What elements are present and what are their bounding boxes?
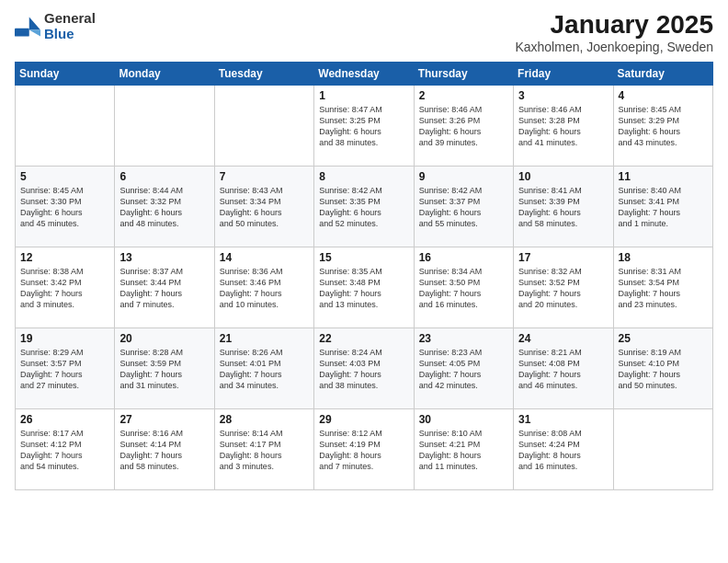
day-number: 15 <box>319 251 408 264</box>
calendar-cell: 10Sunrise: 8:41 AM Sunset: 3:39 PM Dayli… <box>514 166 613 247</box>
calendar-cell: 5Sunrise: 8:45 AM Sunset: 3:30 PM Daylig… <box>16 166 115 247</box>
header-tuesday: Tuesday <box>214 62 313 85</box>
day-number: 10 <box>518 170 608 183</box>
calendar-cell: 23Sunrise: 8:23 AM Sunset: 4:05 PM Dayli… <box>414 327 513 408</box>
day-content: Sunrise: 8:40 AM Sunset: 3:41 PM Dayligh… <box>619 185 708 230</box>
calendar-cell: 6Sunrise: 8:44 AM Sunset: 3:32 PM Daylig… <box>115 166 214 247</box>
day-content: Sunrise: 8:17 AM Sunset: 4:12 PM Dayligh… <box>20 428 109 473</box>
calendar-week-row: 1Sunrise: 8:47 AM Sunset: 3:25 PM Daylig… <box>16 85 713 166</box>
calendar-week-row: 26Sunrise: 8:17 AM Sunset: 4:12 PM Dayli… <box>16 408 713 489</box>
day-number: 8 <box>319 170 408 183</box>
calendar-cell: 15Sunrise: 8:35 AM Sunset: 3:48 PM Dayli… <box>314 247 414 327</box>
header-wednesday: Wednesday <box>314 62 414 85</box>
calendar-table: Sunday Monday Tuesday Wednesday Thursday… <box>15 62 713 490</box>
calendar-cell: 11Sunrise: 8:40 AM Sunset: 3:41 PM Dayli… <box>613 166 712 247</box>
day-number: 4 <box>619 89 708 102</box>
day-content: Sunrise: 8:46 AM Sunset: 3:28 PM Dayligh… <box>518 104 608 149</box>
day-content: Sunrise: 8:34 AM Sunset: 3:50 PM Dayligh… <box>419 266 508 311</box>
day-content: Sunrise: 8:45 AM Sunset: 3:30 PM Dayligh… <box>20 185 109 230</box>
day-number: 29 <box>319 413 408 426</box>
day-number: 1 <box>319 89 408 102</box>
calendar-cell: 16Sunrise: 8:34 AM Sunset: 3:50 PM Dayli… <box>414 247 513 327</box>
calendar-cell: 13Sunrise: 8:37 AM Sunset: 3:44 PM Dayli… <box>115 247 214 327</box>
day-number: 24 <box>518 332 608 345</box>
day-content: Sunrise: 8:41 AM Sunset: 3:39 PM Dayligh… <box>518 185 608 230</box>
day-content: Sunrise: 8:42 AM Sunset: 3:35 PM Dayligh… <box>319 185 408 230</box>
day-content: Sunrise: 8:32 AM Sunset: 3:52 PM Dayligh… <box>518 266 608 311</box>
day-number: 12 <box>20 251 109 264</box>
calendar-cell: 4Sunrise: 8:45 AM Sunset: 3:29 PM Daylig… <box>613 85 712 166</box>
day-content: Sunrise: 8:46 AM Sunset: 3:26 PM Dayligh… <box>419 104 508 149</box>
day-content: Sunrise: 8:16 AM Sunset: 4:14 PM Dayligh… <box>119 428 209 473</box>
calendar-cell: 21Sunrise: 8:26 AM Sunset: 4:01 PM Dayli… <box>214 327 313 408</box>
logo-blue: Blue <box>44 27 96 42</box>
calendar-cell: 30Sunrise: 8:10 AM Sunset: 4:21 PM Dayli… <box>414 408 513 489</box>
day-number: 5 <box>20 170 109 183</box>
calendar-location: Kaxholmen, Joenkoeping, Sweden <box>515 40 713 54</box>
calendar-cell: 8Sunrise: 8:42 AM Sunset: 3:35 PM Daylig… <box>314 166 414 247</box>
header: General Blue January 2025 Kaxholmen, Joe… <box>15 11 713 54</box>
day-content: Sunrise: 8:24 AM Sunset: 4:03 PM Dayligh… <box>319 347 408 392</box>
day-content: Sunrise: 8:35 AM Sunset: 3:48 PM Dayligh… <box>319 266 408 311</box>
day-number: 17 <box>518 251 608 264</box>
calendar-cell <box>214 85 313 166</box>
day-number: 13 <box>119 251 209 264</box>
calendar-week-row: 12Sunrise: 8:38 AM Sunset: 3:42 PM Dayli… <box>16 247 713 327</box>
day-number: 30 <box>419 413 508 426</box>
day-content: Sunrise: 8:31 AM Sunset: 3:54 PM Dayligh… <box>619 266 708 311</box>
calendar-cell: 22Sunrise: 8:24 AM Sunset: 4:03 PM Dayli… <box>314 327 414 408</box>
day-number: 6 <box>119 170 209 183</box>
day-number: 28 <box>220 413 309 426</box>
calendar-cell: 24Sunrise: 8:21 AM Sunset: 4:08 PM Dayli… <box>514 327 613 408</box>
svg-marker-1 <box>29 29 40 36</box>
day-number: 31 <box>518 413 608 426</box>
calendar-title: January 2025 <box>515 11 713 40</box>
logo-text: General Blue <box>44 11 96 41</box>
day-number: 14 <box>220 251 309 264</box>
calendar-cell: 27Sunrise: 8:16 AM Sunset: 4:14 PM Dayli… <box>115 408 214 489</box>
day-number: 19 <box>20 332 109 345</box>
day-number: 16 <box>419 251 508 264</box>
calendar-cell: 31Sunrise: 8:08 AM Sunset: 4:24 PM Dayli… <box>514 408 613 489</box>
day-content: Sunrise: 8:42 AM Sunset: 3:37 PM Dayligh… <box>419 185 508 230</box>
calendar-cell: 29Sunrise: 8:12 AM Sunset: 4:19 PM Dayli… <box>314 408 414 489</box>
calendar-cell: 17Sunrise: 8:32 AM Sunset: 3:52 PM Dayli… <box>514 247 613 327</box>
day-number: 2 <box>419 89 508 102</box>
header-friday: Friday <box>514 62 613 85</box>
day-number: 11 <box>619 170 708 183</box>
day-content: Sunrise: 8:14 AM Sunset: 4:17 PM Dayligh… <box>220 428 309 473</box>
calendar-cell <box>16 85 115 166</box>
svg-rect-2 <box>15 28 29 36</box>
calendar-cell: 3Sunrise: 8:46 AM Sunset: 3:28 PM Daylig… <box>514 85 613 166</box>
calendar-cell: 12Sunrise: 8:38 AM Sunset: 3:42 PM Dayli… <box>16 247 115 327</box>
calendar-cell: 1Sunrise: 8:47 AM Sunset: 3:25 PM Daylig… <box>314 85 414 166</box>
calendar-week-row: 19Sunrise: 8:29 AM Sunset: 3:57 PM Dayli… <box>16 327 713 408</box>
title-block: January 2025 Kaxholmen, Joenkoeping, Swe… <box>515 11 713 54</box>
calendar-cell: 19Sunrise: 8:29 AM Sunset: 3:57 PM Dayli… <box>16 327 115 408</box>
svg-marker-0 <box>29 17 40 29</box>
day-number: 27 <box>119 413 209 426</box>
calendar-cell <box>613 408 712 489</box>
day-number: 18 <box>619 251 708 264</box>
day-header-row: Sunday Monday Tuesday Wednesday Thursday… <box>16 62 713 85</box>
day-number: 3 <box>518 89 608 102</box>
header-saturday: Saturday <box>613 62 712 85</box>
day-content: Sunrise: 8:38 AM Sunset: 3:42 PM Dayligh… <box>20 266 109 311</box>
day-number: 25 <box>619 332 708 345</box>
day-content: Sunrise: 8:19 AM Sunset: 4:10 PM Dayligh… <box>619 347 708 392</box>
day-number: 7 <box>220 170 309 183</box>
day-number: 9 <box>419 170 508 183</box>
day-number: 23 <box>419 332 508 345</box>
day-content: Sunrise: 8:12 AM Sunset: 4:19 PM Dayligh… <box>319 428 408 473</box>
day-content: Sunrise: 8:28 AM Sunset: 3:59 PM Dayligh… <box>119 347 209 392</box>
calendar-cell <box>115 85 214 166</box>
day-content: Sunrise: 8:47 AM Sunset: 3:25 PM Dayligh… <box>319 104 408 149</box>
day-content: Sunrise: 8:37 AM Sunset: 3:44 PM Dayligh… <box>119 266 209 311</box>
day-number: 21 <box>220 332 309 345</box>
calendar-cell: 28Sunrise: 8:14 AM Sunset: 4:17 PM Dayli… <box>214 408 313 489</box>
day-content: Sunrise: 8:36 AM Sunset: 3:46 PM Dayligh… <box>220 266 309 311</box>
calendar-cell: 20Sunrise: 8:28 AM Sunset: 3:59 PM Dayli… <box>115 327 214 408</box>
day-number: 20 <box>119 332 209 345</box>
calendar-cell: 2Sunrise: 8:46 AM Sunset: 3:26 PM Daylig… <box>414 85 513 166</box>
day-content: Sunrise: 8:44 AM Sunset: 3:32 PM Dayligh… <box>119 185 209 230</box>
